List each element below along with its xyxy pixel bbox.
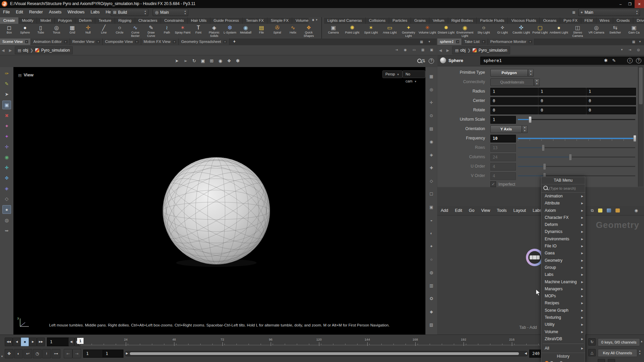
go-to-end-button[interactable]: ▶▶ [37, 338, 45, 346]
sculpt-pencil-icon[interactable]: ✎ [3, 80, 11, 88]
shelf-overflow-icon[interactable]: ▼ [315, 18, 318, 21]
network-menu-item[interactable]: Layout [510, 206, 530, 213]
background-image-icon[interactable] [607, 208, 611, 213]
range-start-bracket-button[interactable]: ⇤ [64, 349, 72, 358]
shelf-tab[interactable]: Texture [95, 17, 115, 24]
tab-menu-history-item[interactable]: Pyro Source [541, 360, 585, 362]
shelf-tool[interactable]: ✦Geometry Light [399, 24, 418, 38]
key-all-channels-button[interactable]: Key All Channels [598, 349, 637, 357]
tab-menu-item[interactable]: Texturing▶ [541, 314, 585, 321]
spinner-icon[interactable]: ▲▼ [183, 10, 187, 15]
reselect-icon[interactable]: ↻ [190, 57, 198, 65]
shelf-tab[interactable]: Guide Process [210, 17, 243, 24]
sticky-note-icon[interactable] [598, 208, 602, 213]
tab-menu-item[interactable]: Geometry▶ [541, 257, 585, 264]
shelf-tool[interactable]: ✎Draw Curve [143, 24, 159, 38]
nav-back-icon[interactable]: ◀ [0, 46, 6, 53]
network-menu-item[interactable]: Add [437, 206, 451, 213]
tick-settings-icon[interactable]: ⍿ [42, 349, 51, 358]
shelf-tab[interactable]: Pyro FX [560, 17, 581, 24]
wireframe-icon[interactable]: ▤ [428, 125, 435, 132]
shelf-tab[interactable]: Rigid Bodies [448, 17, 477, 24]
shelf-tab[interactable]: Oceans [540, 17, 560, 24]
geometry-icon[interactable]: ◉ [3, 153, 11, 161]
shelf-tab[interactable]: Particles [389, 17, 411, 24]
close-tab-icon[interactable]: ✕ [97, 40, 100, 43]
archive-icon[interactable] [615, 208, 620, 213]
sphere-node-icon[interactable] [440, 57, 446, 63]
shelf-tool[interactable]: ▣Camera [324, 24, 343, 35]
shelf-tool[interactable]: ≀Path [159, 24, 175, 35]
shelf-tool[interactable]: ✶Spray Paint [175, 24, 191, 35]
loop-icon[interactable]: ↩ [23, 349, 32, 358]
audio-icon[interactable]: ◐ [14, 349, 23, 358]
select-objects-icon[interactable]: ➢ [181, 57, 190, 65]
close-tab-icon[interactable]: ✕ [173, 40, 176, 43]
layout-icon[interactable]: ▣ [430, 48, 433, 52]
pane-tab[interactable]: sphere1✕ [437, 39, 462, 45]
keys-expand-icon[interactable]: ▲ [640, 340, 643, 343]
tab-menu-item[interactable]: Environments▶ [541, 236, 585, 243]
shelf-tab[interactable]: Vellum [429, 17, 448, 24]
grid-toggle-icon[interactable]: ▥ [428, 282, 435, 289]
orientation-select[interactable]: Y Axis▲▼ [490, 125, 522, 133]
snapshot-icon[interactable]: ▧ [428, 321, 435, 328]
frequency-slider[interactable] [518, 138, 635, 139]
shelf-tab[interactable]: Simple FX [267, 17, 292, 24]
desktop-selector[interactable]: ⊞Build ▲▼ [111, 9, 148, 16]
pane-menu-icon[interactable]: ▼ [428, 40, 431, 43]
nav-forward-icon[interactable]: ▶ [445, 46, 451, 53]
close-tab-icon[interactable]: ✕ [25, 40, 29, 43]
dropdown-icon[interactable]: ▼ [621, 48, 623, 51]
tab-menu-search[interactable]: (Type to search) [541, 184, 585, 193]
range-bar[interactable] [130, 352, 519, 355]
pane-menu-icon[interactable]: ▼ [639, 40, 641, 43]
shelf-tab[interactable]: Rigging [115, 17, 135, 24]
pane-tab[interactable]: Take List✕ [462, 39, 488, 45]
play-backward-button[interactable]: ◀ [13, 338, 21, 346]
shelf-tab[interactable]: Modify [19, 17, 37, 24]
shelf-tool[interactable]: ∿Curve Bezier [127, 24, 143, 38]
network-editor[interactable]: AddEditGoViewToolsLayoutLabsHe ▦ ⧉ ◉ Geo… [437, 188, 644, 335]
scene-selector[interactable]: ◎Main ▲▼ [153, 9, 188, 16]
shelf-tool[interactable]: ●Ambient Light [549, 24, 568, 35]
primitive-type-select[interactable]: Polygon▲▼ [490, 69, 528, 77]
tab-menu-item[interactable]: MOPs▶ [541, 293, 585, 300]
radius-z-field[interactable]: 1 [586, 88, 636, 96]
auto-key-icon[interactable]: ↻ [588, 338, 596, 346]
pane-tab[interactable]: Composite View✕ [103, 39, 141, 45]
shelf-tab[interactable]: Drive Simulation [633, 17, 644, 24]
nav-back-icon[interactable]: ◀ [437, 46, 443, 53]
node-name-field[interactable]: sphere1 [480, 57, 644, 65]
pane-tab[interactable]: Render View✕ [70, 39, 103, 45]
shelf-tool[interactable]: ❖Quick Shapes [301, 24, 317, 38]
viewport-canvas[interactable]: ▤View Persp▼ No cam▼ [13, 67, 425, 335]
shelf-tool[interactable]: TFont [191, 24, 206, 35]
pane-tab[interactable]: Performance Monitor✕ [488, 39, 535, 45]
points-display-icon[interactable]: ✛ [428, 99, 435, 106]
layers-icon[interactable]: ⧉ [591, 208, 594, 213]
network-menu-item[interactable]: Edit [451, 206, 466, 213]
range-slider[interactable]: ▶ ◀ [125, 351, 528, 356]
range-end-bracket-button[interactable]: ⇥ [72, 349, 81, 358]
tab-menu-item[interactable]: Axiom▶ [541, 207, 585, 214]
brush-icon[interactable]: ✎ [612, 58, 616, 63]
ortho-icon[interactable]: ◎ [428, 86, 435, 93]
shelf-tool[interactable]: ✹Distant Light [437, 24, 455, 35]
nav-forward-icon[interactable]: ▶ [7, 46, 13, 53]
tab-menu-item[interactable]: Deform▶ [541, 221, 585, 228]
shelf-tool[interactable]: ◉Metaball [238, 24, 254, 35]
shelf-tool[interactable]: ▤File [254, 24, 269, 35]
mask-icon[interactable]: ◒ [428, 217, 435, 224]
shelf-tab[interactable]: Polygon [55, 17, 76, 24]
tab-menu-item[interactable]: ZibraVDB▶ [541, 336, 585, 343]
shelf-tool[interactable]: ◫Stereo Camera [568, 24, 587, 38]
tab-menu-item[interactable]: Attribute▶ [541, 200, 585, 207]
shelf-tool[interactable]: ◎Torus [49, 24, 64, 35]
shelf-tool[interactable]: ▣Gam Ca [625, 24, 643, 35]
shelf-tool[interactable]: ∿Helix [285, 24, 301, 35]
shaded-icon[interactable]: ◉ [428, 138, 435, 145]
range-start-field[interactable]: 1 [83, 350, 104, 358]
tab-menu-item[interactable]: File IO▶ [541, 243, 585, 250]
shelf-tool[interactable]: ▦Grid [64, 24, 80, 35]
